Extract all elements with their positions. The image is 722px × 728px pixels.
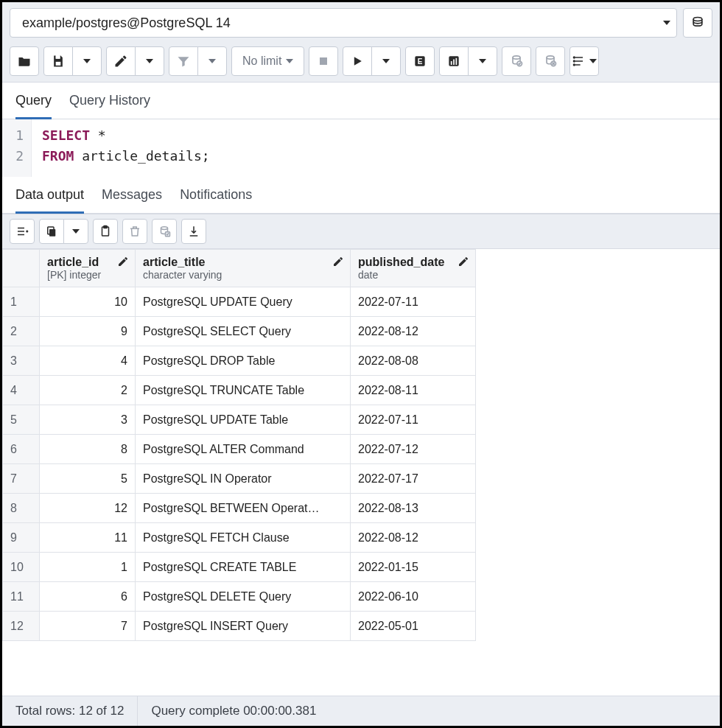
connection-selector[interactable]: example/postgres@PostgreSQL 14: [10, 8, 677, 38]
pencil-icon: [117, 256, 129, 270]
cell[interactable]: 8: [40, 435, 136, 464]
cell[interactable]: 4: [40, 346, 136, 376]
cell[interactable]: 2022-08-12: [351, 523, 476, 553]
svg-rect-8: [454, 60, 455, 66]
table-row[interactable]: 53PostgreSQL UPDATE Table2022-07-11: [3, 405, 476, 435]
output-tabs: Data output Messages Notifications: [2, 177, 720, 214]
row-number: 7: [3, 464, 40, 494]
cell[interactable]: PostgreSQL CREATE TABLE: [136, 553, 351, 582]
svg-point-0: [693, 18, 702, 21]
cell[interactable]: 2022-08-13: [351, 494, 476, 523]
row-number: 9: [3, 523, 40, 553]
download-button[interactable]: [181, 219, 206, 244]
save-dropdown-button[interactable]: [72, 46, 102, 76]
explain-dropdown-button[interactable]: [468, 46, 497, 76]
cell[interactable]: 2022-07-12: [351, 435, 476, 464]
cell[interactable]: PostgreSQL INSERT Query: [136, 612, 351, 641]
cell[interactable]: PostgreSQL ALTER Command: [136, 435, 351, 464]
table-row[interactable]: 29PostgreSQL SELECT Query2022-08-12: [3, 317, 476, 346]
limit-dropdown[interactable]: No limit: [231, 46, 304, 76]
tab-query-history[interactable]: Query History: [69, 93, 150, 119]
add-row-button[interactable]: [10, 219, 35, 244]
table-row[interactable]: 42PostgreSQL TRUNCATE Table2022-08-11: [3, 376, 476, 405]
filter-button[interactable]: [169, 46, 198, 76]
cell[interactable]: 2022-08-12: [351, 317, 476, 346]
cell[interactable]: 6: [40, 582, 136, 612]
chevron-down-icon: [83, 59, 91, 63]
svg-rect-20: [104, 226, 108, 228]
cell[interactable]: PostgreSQL FETCH Clause: [136, 523, 351, 553]
cell[interactable]: PostgreSQL UPDATE Query: [136, 287, 351, 317]
row-number: 6: [3, 435, 40, 464]
row-number: 10: [3, 553, 40, 582]
cell[interactable]: 2022-07-17: [351, 464, 476, 494]
row-number: 8: [3, 494, 40, 523]
save-data-button[interactable]: [152, 219, 177, 244]
cell[interactable]: PostgreSQL SELECT Query: [136, 317, 351, 346]
tab-messages[interactable]: Messages: [102, 187, 162, 213]
table-row[interactable]: 116PostgreSQL DELETE Query2022-06-10: [3, 582, 476, 612]
open-file-button[interactable]: [10, 46, 39, 76]
table-row[interactable]: 34PostgreSQL DROP Table2022-08-08: [3, 346, 476, 376]
cell[interactable]: 2022-07-11: [351, 287, 476, 317]
table-row[interactable]: 101PostgreSQL CREATE TABLE2022-01-15: [3, 553, 476, 582]
tab-data-output[interactable]: Data output: [15, 187, 84, 214]
chevron-down-icon: [382, 59, 390, 63]
save-button[interactable]: [43, 46, 73, 76]
cell[interactable]: PostgreSQL BETWEEN Operat…: [136, 494, 351, 523]
execute-dropdown-button[interactable]: [371, 46, 401, 76]
cell[interactable]: 10: [40, 287, 136, 317]
cell[interactable]: 2022-07-11: [351, 405, 476, 435]
delete-row-button[interactable]: [122, 219, 147, 244]
chevron-down-icon: [146, 59, 153, 63]
macros-button[interactable]: [569, 46, 599, 76]
cell[interactable]: 2022-08-11: [351, 376, 476, 405]
explain-button[interactable]: E: [405, 46, 435, 76]
cell[interactable]: PostgreSQL UPDATE Table: [136, 405, 351, 435]
column-header[interactable]: article_id[PK] integer: [40, 250, 136, 287]
cell[interactable]: 2: [40, 376, 136, 405]
cell[interactable]: 2022-08-08: [351, 346, 476, 376]
paste-button[interactable]: [93, 219, 118, 244]
cell[interactable]: PostgreSQL DELETE Query: [136, 582, 351, 612]
cell[interactable]: 11: [40, 523, 136, 553]
column-header[interactable]: article_titlecharacter varying: [136, 250, 351, 287]
rollback-button[interactable]: [536, 46, 565, 76]
explain-analyze-button[interactable]: [439, 46, 469, 76]
cell[interactable]: 3: [40, 405, 136, 435]
execute-button[interactable]: [343, 46, 372, 76]
tab-notifications[interactable]: Notifications: [180, 187, 252, 213]
table-row[interactable]: 68PostgreSQL ALTER Command2022-07-12: [3, 435, 476, 464]
cell[interactable]: PostgreSQL TRUNCATE Table: [136, 376, 351, 405]
cell[interactable]: PostgreSQL IN Operator: [136, 464, 351, 494]
cell[interactable]: 1: [40, 553, 136, 582]
column-header[interactable]: published_datedate: [351, 250, 476, 287]
copy-dropdown-button[interactable]: [63, 219, 88, 244]
svg-rect-2: [56, 56, 60, 59]
sql-editor[interactable]: 12 SELECT * FROM article_details;: [2, 119, 720, 177]
line-gutter: 12: [2, 119, 32, 177]
cell[interactable]: 12: [40, 494, 136, 523]
table-row[interactable]: 127PostgreSQL INSERT Query2022-05-01: [3, 612, 476, 641]
commit-button[interactable]: [502, 46, 531, 76]
results-toolbar: [2, 214, 720, 249]
new-connection-button[interactable]: [683, 8, 712, 38]
cell[interactable]: 7: [40, 612, 136, 641]
table-row[interactable]: 911PostgreSQL FETCH Clause2022-08-12: [3, 523, 476, 553]
tab-query[interactable]: Query: [15, 93, 52, 119]
table-row[interactable]: 75PostgreSQL IN Operator2022-07-17: [3, 464, 476, 494]
cell[interactable]: 5: [40, 464, 136, 494]
cell[interactable]: 2022-01-15: [351, 553, 476, 582]
cell[interactable]: 9: [40, 317, 136, 346]
results-grid-wrap[interactable]: article_id[PK] integerarticle_titlechara…: [2, 249, 720, 696]
filter-dropdown-button[interactable]: [197, 46, 227, 76]
cell[interactable]: 2022-05-01: [351, 612, 476, 641]
cell[interactable]: PostgreSQL DROP Table: [136, 346, 351, 376]
edit-button[interactable]: [106, 46, 136, 76]
edit-dropdown-button[interactable]: [135, 46, 164, 76]
cell[interactable]: 2022-06-10: [351, 582, 476, 612]
copy-button[interactable]: [39, 219, 64, 244]
table-row[interactable]: 110PostgreSQL UPDATE Query2022-07-11: [3, 287, 476, 317]
stop-button[interactable]: [309, 46, 338, 76]
table-row[interactable]: 812PostgreSQL BETWEEN Operat…2022-08-13: [3, 494, 476, 523]
